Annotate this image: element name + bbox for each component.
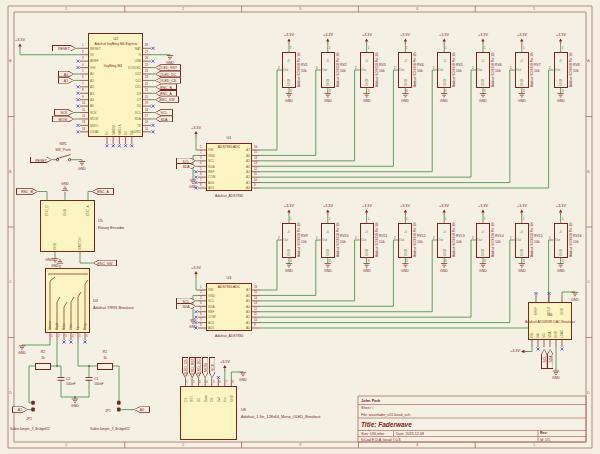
c2-value: 100nF [66, 382, 76, 385]
adc-pin-name: AD0 [208, 321, 214, 324]
pin-number: 18 [145, 109, 148, 112]
net-label-scl-text: SCL [542, 354, 545, 364]
net-label-sck[interactable]: SCK [54, 109, 74, 115]
net-label[interactable]: OLED_RST [155, 64, 181, 70]
pot-ref: RV10 [340, 234, 349, 238]
net-label[interactable]: SCK [209, 357, 215, 378]
pin-number: 3 [200, 297, 202, 300]
gnd-label: GND [285, 99, 293, 103]
pin-number: 2 [58, 335, 60, 338]
net-label[interactable]: OLED_RST [189, 357, 195, 378]
oled-pin-name: Data [204, 395, 207, 402]
adc-pin-name: A5 [246, 299, 250, 302]
pot-pin-gnd: GND [481, 79, 484, 86]
net-label-reset[interactable]: RESET [30, 157, 52, 163]
gnd-label: GND [285, 269, 293, 273]
net-label-a1[interactable]: A1 [58, 77, 74, 83]
net-label-a0[interactable]: A0 [58, 71, 74, 77]
net-label[interactable]: ENC_B [155, 84, 177, 90]
gnd-label: GND [557, 99, 565, 103]
mcu-pin-name: MOSI [90, 117, 98, 120]
adc-pin-name: A1 [246, 181, 250, 184]
pin-number: 2 [355, 67, 357, 70]
pin-number: 3 [562, 90, 564, 93]
pot-footprint: Adafruit SC6031B Pot 10k [375, 52, 378, 87]
pin-number: 23 [145, 76, 148, 79]
net-label-mosi[interactable]: MOSI [52, 116, 74, 122]
pot-value: 10k [379, 240, 385, 244]
pin-number: 1 [200, 286, 202, 289]
net-label-sda-text: SDA [181, 305, 191, 308]
pot-ref: RV14 [495, 234, 504, 238]
pin-number: 2 [433, 237, 435, 240]
net-label-sda[interactable]: SDA [547, 349, 553, 369]
net-label-reset[interactable]: RESET [52, 45, 76, 51]
resistor-r2[interactable] [35, 363, 51, 369]
zone-col-label: 2 [182, 443, 184, 447]
net-label-text: OLED_RST [162, 66, 175, 69]
dac-pin-name: SCL [542, 332, 545, 338]
adc-pin-name: VIN [208, 288, 213, 291]
pot-ref: RV7 [534, 63, 541, 67]
net-label-scl[interactable]: SCL [541, 349, 547, 369]
pot-pin-out: Out [399, 238, 404, 241]
power-3v3-label: +3.3V [517, 204, 527, 208]
net-label[interactable]: ENC_A [155, 90, 177, 96]
pin-number: 7 [200, 179, 202, 182]
gnd-label: GND [78, 167, 86, 171]
pot-value: 10k [534, 240, 540, 244]
power-3v3-label: +3.3V [284, 33, 294, 37]
net-label-enc-a-text: ENC_A [98, 190, 109, 193]
gnd-label: GND [239, 378, 247, 382]
power-3v3-label: +3.3V [323, 204, 333, 208]
oled-symbol[interactable] [180, 386, 237, 440]
gnd-label: GND [518, 269, 526, 273]
net-label[interactable]: ENC_SW [155, 96, 179, 102]
net-label[interactable]: MOSI [202, 357, 208, 378]
net-label-sda[interactable]: SDA [176, 303, 196, 309]
net-label[interactable]: OLED_DC [155, 71, 181, 77]
zone-col-label: 4 [416, 7, 418, 11]
resistor-r1[interactable] [97, 363, 113, 369]
net-label-enc-sw[interactable]: ENC_SW [93, 260, 117, 266]
net-label[interactable]: OLED_DC [195, 357, 201, 378]
pot-pin-in: In [287, 59, 290, 62]
net-label-a0[interactable]: A0 [134, 406, 150, 412]
encoder-pin-name: GND [53, 243, 56, 250]
net-label[interactable]: OLED_CS [182, 357, 188, 378]
schematic-canvas[interactable]: 1122334455AABBCCDDU2Adafruit ItsyBitsy M… [0, 0, 600, 454]
trrs-pin-name: Sleeve [48, 321, 51, 330]
pot-pin-gnd: GND [559, 249, 562, 256]
mcu-pin-name: G [139, 53, 141, 56]
pot-ref: RV2 [340, 63, 347, 67]
net-label-enc-a[interactable]: ENC_A [92, 188, 114, 194]
net-label[interactable]: OLED_CS [155, 77, 181, 83]
encoder-name: Rotary Encoder [98, 226, 124, 230]
encoder-pin-name: ENC_B [45, 205, 48, 216]
pot-pin-gnd: GND [443, 79, 446, 86]
pin-number: 1 [406, 218, 408, 221]
pot-ref: RV11 [379, 234, 387, 238]
gnd-label: GND [324, 99, 332, 103]
pin-number: 2 [355, 237, 357, 240]
pin-number: 1 [200, 146, 202, 149]
mcu-sub: ItsyBitsy M4 [104, 64, 122, 67]
oled-pin-name: RST [190, 396, 193, 402]
net-label-enc-b[interactable]: ENC_B [16, 188, 38, 194]
c2-ref: C2 [66, 377, 70, 380]
gnd-label: GND [479, 269, 487, 273]
net-label[interactable]: SDA [155, 116, 173, 122]
adc-pin-name: A5 [246, 159, 250, 162]
net-label-text: ENC_SW [161, 98, 173, 101]
net-label-sda[interactable]: SDA [176, 163, 196, 169]
mcu-pin-name: A1 [90, 79, 94, 82]
gnd-label: GND [51, 264, 59, 268]
pin-number: 6 [200, 173, 202, 176]
power-3v3-label: +3.3V [556, 33, 566, 37]
mcu-pin-name: D13/LED [128, 66, 141, 69]
net-label-a1[interactable]: A1 [12, 406, 28, 412]
net-label[interactable]: SCL [155, 109, 173, 115]
gnd-label: GND [402, 99, 410, 103]
pot-ref: RV4 [417, 63, 424, 67]
mcu-pin-name: BAT [135, 47, 141, 50]
